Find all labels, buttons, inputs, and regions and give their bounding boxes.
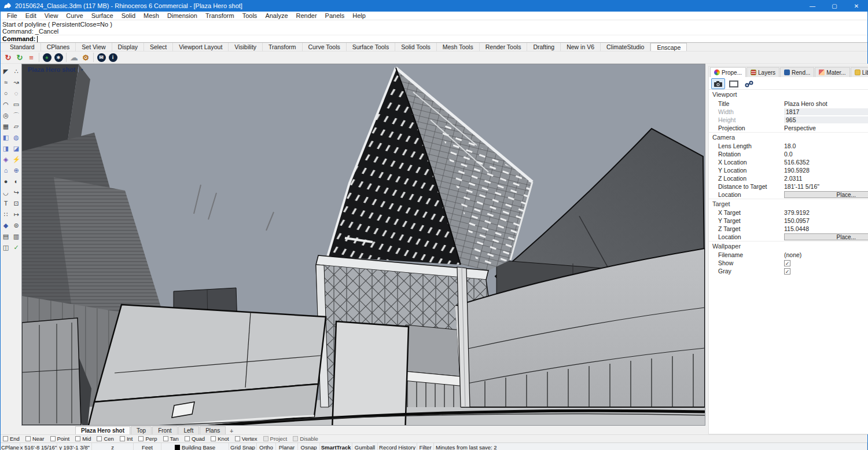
status-x-516-8-15-16-[interactable]: x 516'-8 15/16" (20, 443, 57, 450)
circle-icon[interactable]: ○ (1, 88, 11, 98)
osnap-checkbox[interactable] (25, 436, 31, 441)
osnap-point[interactable]: Point (50, 436, 70, 442)
property-value[interactable]: 181'-11 5/16" (784, 183, 819, 190)
select-icon[interactable]: ◤ (1, 66, 11, 76)
osnap-disable[interactable]: Disable (293, 436, 318, 442)
render-icon[interactable]: ◆ (1, 220, 11, 231)
osnap-near[interactable]: Near (25, 436, 45, 442)
property-value[interactable]: 379.9192 (784, 209, 810, 216)
upload-management-icon[interactable]: ☁ (69, 52, 79, 63)
status-record-history[interactable]: Record History (378, 443, 417, 450)
toolbar-tab-new-in-v6[interactable]: New in V6 (561, 43, 601, 51)
menu-mesh[interactable]: Mesh (139, 12, 163, 20)
status-feet[interactable]: Feet (134, 443, 161, 450)
array-icon[interactable]: ∷ (1, 209, 11, 219)
osnap-tan[interactable]: Tan (163, 436, 179, 442)
osnap-end[interactable]: End (3, 436, 20, 442)
boolean-union-icon[interactable]: ● (1, 176, 11, 186)
annotation-dot-icon[interactable]: ⊡ (11, 198, 21, 208)
object-edit-icon[interactable]: ◫ (1, 242, 11, 253)
property-value[interactable]: 18.0 (784, 142, 796, 149)
menu-view[interactable]: View (41, 12, 62, 20)
osnap-checkbox[interactable] (293, 436, 298, 441)
command-input[interactable]: Command: (1, 35, 867, 42)
property-value[interactable]: 0.0 (784, 151, 793, 158)
status-cplane[interactable]: CPlane (1, 443, 20, 450)
toolbar-tab-visibility[interactable]: Visibility (229, 43, 263, 51)
checkbox-show[interactable]: ✓ (784, 260, 790, 266)
blend-icon[interactable]: ↪ (11, 187, 21, 197)
toolbar-tab-curve-tools[interactable]: Curve Tools (303, 43, 347, 51)
place-button[interactable]: Place... (784, 233, 868, 240)
arc-icon[interactable]: ◠ (1, 99, 11, 109)
osnap-checkbox[interactable] (3, 436, 8, 441)
visual-settings-icon[interactable]: ⚙ (80, 52, 91, 63)
close-button[interactable]: ✕ (845, 0, 867, 12)
toolbar-tab-solid-tools[interactable]: Solid Tools (395, 43, 437, 51)
osnap-checkbox[interactable] (263, 436, 269, 441)
osnap-checkbox[interactable] (235, 436, 240, 441)
cylinder-icon[interactable]: ◨ (1, 143, 11, 153)
layer-tools-icon[interactable]: ▥ (11, 231, 21, 242)
menu-surface[interactable]: Surface (87, 12, 117, 20)
menu-file[interactable]: File (3, 12, 21, 20)
viewport-tab-front[interactable]: Front (152, 426, 177, 434)
osnap-checkbox[interactable] (75, 436, 80, 441)
fillet-icon[interactable]: ◡ (1, 187, 11, 197)
osnap-mid[interactable]: Mid (75, 436, 91, 442)
menu-analyze[interactable]: Analyze (261, 12, 292, 20)
menu-help[interactable]: Help (348, 12, 370, 20)
viewport-title-dropdown-icon[interactable]: ▾ (78, 67, 83, 72)
sphere-icon[interactable]: ◍ (11, 132, 21, 142)
osnap-checkbox[interactable] (97, 436, 102, 441)
live-updates-icon[interactable]: ≡ (26, 52, 36, 63)
viewport-tab-top[interactable]: Top (131, 426, 152, 434)
viewport-canvas[interactable]: Plaza Hero shot ▾ (21, 64, 705, 426)
property-value[interactable]: 190.5928 (784, 167, 810, 174)
toolbar-tab-render-tools[interactable]: Render Tools (480, 43, 528, 51)
orient-icon[interactable]: ↦ (11, 209, 21, 219)
about-icon[interactable]: i (108, 52, 118, 63)
menu-dimension[interactable]: Dimension (163, 12, 201, 20)
status-smarttrack[interactable]: SmartTrack (320, 443, 352, 450)
explode-icon[interactable]: ⚡ (11, 154, 21, 164)
osnap-project[interactable]: Project (263, 436, 288, 442)
minimize-button[interactable]: — (801, 0, 823, 12)
status-ortho[interactable]: Ortho (257, 443, 276, 450)
toolbar-tab-enscape[interactable]: Enscape (650, 43, 687, 51)
curve-arc-icon[interactable]: ⌒ (11, 110, 21, 120)
material-library-icon[interactable]: ∗ (53, 52, 64, 63)
new-viewport-tab-icon[interactable]: + (226, 428, 237, 434)
menu-edit[interactable]: Edit (21, 12, 41, 20)
enscape-start-icon[interactable]: ↻ (3, 52, 13, 63)
text-icon[interactable]: T (1, 198, 11, 208)
viewport-tab-plaza-hero-shot[interactable]: Plaza Hero shot (75, 426, 130, 434)
property-value[interactable]: 115.0448 (784, 225, 809, 232)
polyline-icon[interactable]: ≈ (1, 77, 11, 87)
panel-tab-rendering[interactable]: Rend... (780, 67, 814, 77)
circle-center-icon[interactable]: ◎ (1, 110, 11, 120)
surface-icon[interactable]: ▱ (11, 121, 21, 131)
menu-render[interactable]: Render (292, 12, 321, 20)
osnap-vertex[interactable]: Vertex (235, 436, 258, 442)
toolbar-tab-viewport-layout[interactable]: Viewport Layout (173, 43, 229, 51)
plugins-icon[interactable]: ◈ (1, 154, 11, 164)
status-osnap[interactable]: Osnap (298, 443, 320, 450)
box-icon[interactable]: ◧ (1, 132, 11, 142)
menu-transform[interactable]: Transform (201, 12, 238, 20)
feedback-icon[interactable]: ✉ (96, 52, 106, 63)
viewport-properties-icon[interactable] (711, 78, 725, 89)
property-value[interactable]: Plaza Hero shot (784, 100, 827, 107)
display-mode-icon[interactable] (727, 78, 741, 89)
property-value[interactable]: Perspective (784, 125, 816, 131)
toolbar-tab-mesh-tools[interactable]: Mesh Tools (437, 43, 480, 51)
osnap-checkbox[interactable] (211, 436, 216, 441)
toolbar-tab-climatestudio[interactable]: ClimateStudio (601, 43, 650, 51)
status-minutes-from-last-save-2[interactable]: Minutes from last save: 2 (434, 443, 867, 450)
grid-options-icon[interactable]: ▤ (1, 231, 11, 242)
synchronize-updates-icon[interactable]: ↻ (14, 52, 25, 63)
osnap-cen[interactable]: Cen (97, 436, 113, 442)
osnap-int[interactable]: Int (120, 436, 133, 442)
menu-curve[interactable]: Curve (62, 12, 87, 20)
panel-tab-libraries[interactable]: Librar... (851, 67, 868, 77)
